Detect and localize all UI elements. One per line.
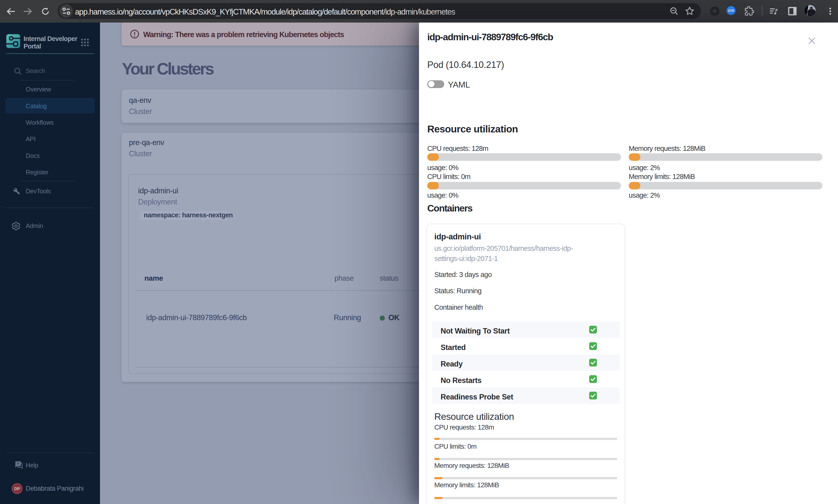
svg-text:?: ? [17, 462, 19, 466]
